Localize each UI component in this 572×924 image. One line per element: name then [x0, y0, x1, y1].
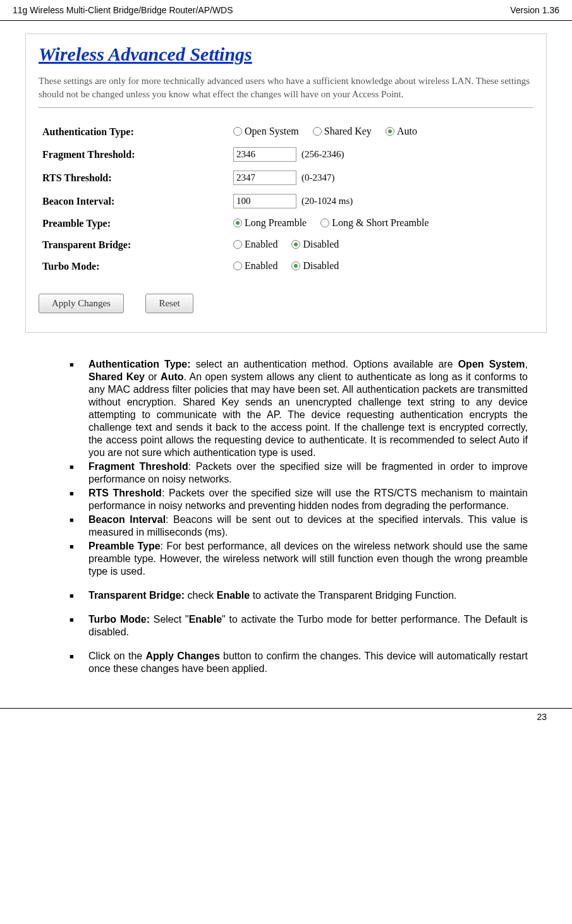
term: Turbo Mode:: [88, 614, 150, 625]
auth-auto-radio[interactable]: Auto: [386, 126, 417, 137]
radio-label: Enabled: [245, 239, 277, 250]
bullet-text: Beacon Interval: Beacons will be sent ou…: [88, 513, 528, 539]
term: Shared Key: [88, 371, 145, 382]
bullet-icon: ■: [70, 613, 88, 639]
radio-label: Open System: [245, 126, 299, 137]
turbo-mode-options: Enabled Disabled: [231, 256, 532, 277]
divider: [39, 107, 533, 108]
term: Beacon Interval: [88, 514, 166, 525]
term: RTS Threshold: [88, 488, 162, 498]
radio-label: Disabled: [303, 260, 339, 272]
preamble-type-options: Long Preamble Long & Short Preamble: [231, 213, 532, 234]
bullet-text: Fragment Threshold: Packets over the spe…: [88, 460, 528, 486]
bullet-preamble-type: ■ Preamble Type: For best performance, a…: [70, 540, 528, 578]
radio-label: Long & Short Preamble: [332, 217, 429, 229]
radio-icon: [320, 219, 329, 227]
term: Transparent Bridge:: [88, 590, 185, 601]
auth-open-radio[interactable]: Open System: [233, 126, 299, 137]
header-version: Version 1.36: [510, 5, 559, 15]
bullet-text: Transparent Bridge: check Enable to acti…: [88, 589, 528, 602]
fragment-threshold-input[interactable]: [233, 147, 296, 162]
bullet-text: Preamble Type: For best performance, all…: [88, 540, 528, 578]
preamble-type-label: Preamble Type:: [40, 213, 229, 234]
bullet-icon: ■: [70, 513, 88, 539]
page-content: Wireless Advanced Settings These setting…: [0, 21, 572, 689]
text: check: [185, 590, 217, 601]
bullet-fragment-threshold: ■ Fragment Threshold: Packets over the s…: [70, 460, 528, 486]
radio-icon: [233, 219, 242, 227]
term: Authentication Type:: [88, 359, 191, 369]
beacon-interval-hint: (20-1024 ms): [301, 196, 353, 206]
beacon-interval-label: Beacon Interval:: [40, 190, 229, 212]
rts-threshold-hint: (0-2347): [301, 172, 335, 183]
bullet-icon: ■: [70, 650, 88, 675]
radio-icon: [233, 127, 242, 136]
page-footer: 23: [0, 708, 572, 725]
radio-label: Long Preamble: [245, 217, 307, 229]
radio-label: Enabled: [245, 260, 277, 272]
term: Auto: [161, 371, 183, 382]
apply-changes-button[interactable]: Apply Changes: [39, 294, 124, 313]
radio-label: Auto: [397, 126, 417, 137]
bullet-icon: ■: [70, 487, 88, 512]
transparent-enabled-radio[interactable]: Enabled: [233, 239, 277, 250]
description-list: ■ Authentication Type: select an authent…: [25, 358, 547, 675]
text: select an authentication method. Options…: [191, 359, 458, 369]
term: Enable: [217, 590, 250, 601]
auth-type-options: Open System Shared Key Auto: [231, 122, 532, 142]
bullet-text: Click on the Apply Changes button to con…: [88, 650, 528, 675]
radio-icon: [291, 261, 300, 270]
bullet-icon: ■: [70, 540, 88, 578]
bullet-authentication-type: ■ Authentication Type: select an authent…: [70, 358, 528, 459]
bullet-beacon-interval: ■ Beacon Interval: Beacons will be sent …: [70, 513, 528, 539]
radio-label: Shared Key: [324, 126, 372, 137]
text: Select ": [150, 614, 189, 625]
auth-type-label: Authentication Type:: [40, 122, 229, 142]
radio-icon: [291, 240, 300, 249]
radio-icon: [386, 127, 394, 136]
preamble-long-radio[interactable]: Long Preamble: [233, 217, 307, 229]
bullet-transparent-bridge: ■ Transparent Bridge: check Enable to ac…: [70, 589, 528, 602]
header-title: 11g Wireless Multi-Client Bridge/Bridge …: [13, 5, 233, 15]
radio-icon: [233, 240, 242, 249]
beacon-interval-input[interactable]: [233, 194, 296, 208]
radio-icon: [233, 261, 242, 270]
term: Preamble Type: [88, 541, 161, 551]
text: ,: [525, 359, 528, 369]
term: Fragment Threshold: [88, 461, 188, 472]
turbo-mode-label: Turbo Mode:: [40, 256, 229, 277]
text: . An open system allows any client to au…: [88, 371, 528, 458]
preamble-longshort-radio[interactable]: Long & Short Preamble: [320, 217, 429, 229]
fragment-threshold-label: Fragment Threshold:: [40, 143, 229, 165]
term: Enable: [189, 614, 222, 625]
settings-panel: Wireless Advanced Settings These setting…: [25, 33, 547, 333]
turbo-disabled-radio[interactable]: Disabled: [291, 260, 339, 272]
rts-threshold-label: RTS Threshold:: [40, 167, 229, 189]
settings-form: Authentication Type: Open System Shared …: [39, 121, 533, 278]
reset-button[interactable]: Reset: [145, 294, 193, 313]
fragment-threshold-hint: (256-2346): [301, 149, 344, 159]
bullet-icon: ■: [70, 589, 88, 602]
button-row: Apply Changes Reset: [39, 294, 533, 313]
term: Apply Changes: [146, 651, 220, 661]
term: Open System: [458, 359, 525, 369]
rts-threshold-input[interactable]: [233, 171, 296, 185]
panel-title: Wireless Advanced Settings: [39, 44, 533, 65]
bullet-text: Authentication Type: select an authentic…: [88, 358, 528, 459]
bullet-text: Turbo Mode: Select "Enable" to activate …: [88, 613, 528, 639]
text: Click on the: [88, 651, 146, 661]
radio-label: Disabled: [303, 239, 339, 250]
bullet-text: RTS Threshold: Packets over the specifie…: [88, 487, 528, 512]
bullet-apply-changes: ■ Click on the Apply Changes button to c…: [70, 650, 528, 675]
bullet-turbo-mode: ■ Turbo Mode: Select "Enable" to activat…: [70, 613, 528, 639]
transparent-bridge-label: Transparent Bridge:: [40, 235, 229, 255]
radio-icon: [313, 127, 322, 136]
turbo-enabled-radio[interactable]: Enabled: [233, 260, 277, 272]
auth-shared-radio[interactable]: Shared Key: [313, 126, 372, 137]
page-header: 11g Wireless Multi-Client Bridge/Bridge …: [0, 0, 572, 21]
panel-description: These settings are only for more technic…: [39, 75, 533, 101]
bullet-icon: ■: [70, 460, 88, 486]
page-number: 23: [537, 712, 547, 722]
transparent-bridge-options: Enabled Disabled: [231, 235, 532, 255]
transparent-disabled-radio[interactable]: Disabled: [291, 239, 339, 250]
